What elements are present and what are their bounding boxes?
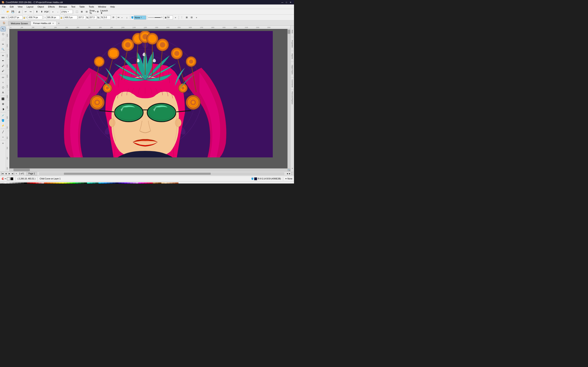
menu-layout[interactable]: Layout (25, 4, 35, 9)
h-scrollbar[interactable] (39, 173, 284, 175)
swatch-pink4[interactable] (147, 183, 150, 184)
tool-artpen[interactable]: 🖊 (1, 63, 6, 68)
palette-expand-button[interactable]: ▼ (292, 183, 294, 184)
tool-text[interactable]: A (1, 90, 6, 95)
swatch-skin3[interactable] (170, 183, 173, 184)
tool-blend[interactable]: ◑ (1, 107, 6, 111)
canvas-area[interactable]: 0 100 200 300 400 500 600 700 800 900 10… (6, 26, 290, 171)
menu-view[interactable]: View (16, 4, 25, 9)
panel-expand-bottom[interactable]: + (291, 166, 294, 170)
swatch-skin4[interactable] (173, 183, 176, 184)
swatch-purple5[interactable] (133, 183, 136, 184)
swatch-lime2[interactable] (70, 183, 73, 184)
swatch-teal2[interactable] (90, 183, 93, 184)
swatch-green5[interactable] (84, 183, 87, 184)
rotate-cw-button[interactable]: ⟳ (111, 15, 116, 20)
swatch-white[interactable] (4, 183, 7, 184)
page-last-button[interactable]: ►| (11, 172, 15, 175)
swatch-purple2[interactable] (124, 183, 127, 184)
scrollbar-horizontal[interactable] (9, 168, 287, 171)
tool-zoom[interactable]: 🔍 (1, 47, 6, 52)
menu-text[interactable]: Text (69, 4, 77, 9)
menu-edit[interactable]: Edit (8, 4, 16, 9)
new-button[interactable]: 📄 (1, 9, 5, 14)
swatch-green4[interactable] (81, 183, 84, 184)
mirror-v-button[interactable]: ↕ (125, 15, 129, 20)
zoom-fit-button[interactable]: 🔍 (287, 168, 290, 171)
swatch-orange4[interactable] (53, 183, 56, 184)
close-button[interactable]: ✕ (289, 1, 292, 4)
fill-color-box[interactable] (10, 177, 13, 180)
zoom-out-status-button[interactable]: ◄ (286, 173, 288, 175)
swatch-brown3[interactable] (158, 183, 161, 184)
tool-connector[interactable]: ╱ (1, 129, 6, 134)
swatch-brown2[interactable] (156, 183, 158, 184)
width-input[interactable] (47, 16, 60, 19)
swatch-4[interactable] (16, 183, 18, 184)
height-input[interactable] (64, 16, 77, 19)
scale-x-input[interactable] (78, 16, 86, 19)
swatch-peach[interactable] (161, 183, 164, 184)
page-first-button[interactable]: |◄ (1, 172, 4, 175)
export-button[interactable]: ⬆ (39, 9, 44, 14)
tool-node[interactable]: ⬡ (1, 32, 6, 36)
swatch-6[interactable] (21, 183, 24, 184)
swatch-teal3[interactable] (93, 183, 95, 184)
swatch-green2[interactable] (76, 183, 78, 184)
swatch-yellow1[interactable] (56, 183, 58, 184)
panel-properties[interactable]: Properties (291, 37, 294, 50)
opacity-inc-button[interactable]: + (173, 15, 178, 20)
swatch-pink5[interactable] (150, 183, 153, 184)
tab-document[interactable]: Firman Hatibu.cdr ✕ (31, 21, 57, 25)
swatch-brown1[interactable] (153, 183, 156, 184)
tool-smart[interactable]: 🖋 (1, 68, 6, 73)
swatch-2[interactable] (10, 183, 13, 184)
grid-view-button[interactable]: ⊞ (185, 15, 189, 20)
tool-crop[interactable]: ✂ (1, 42, 6, 47)
swatch-green3[interactable] (78, 183, 81, 184)
tool-eyedrop[interactable]: 💉 (1, 113, 6, 118)
palette-scroll-right[interactable]: ► (290, 183, 292, 184)
swatch-blue5[interactable] (113, 183, 116, 184)
menu-effects[interactable]: Effects (46, 4, 57, 9)
tool-pattern[interactable]: ⊞ (1, 101, 6, 106)
undo-button[interactable]: ↩ (23, 9, 28, 14)
menu-table[interactable]: Table (77, 4, 87, 9)
opacity-input[interactable] (167, 16, 173, 19)
swatch-red5[interactable] (41, 183, 44, 184)
x-position-input[interactable] (8, 16, 23, 19)
panel-find-replace[interactable]: Find and Replace (291, 90, 294, 106)
tool-ellipse[interactable]: ○ (1, 80, 6, 85)
tool-polygon[interactable]: ⬠ (1, 85, 6, 90)
panel-hints[interactable]: Hints (291, 26, 294, 37)
page-add-button[interactable]: + (15, 172, 18, 175)
swatch-blue3[interactable] (107, 183, 110, 184)
panel-object-styles[interactable]: Object Styles (291, 62, 294, 77)
swatch-black[interactable] (24, 183, 27, 184)
tab-home[interactable]: 🏠 (0, 20, 8, 25)
scrollbar-thumb-h[interactable] (13, 169, 30, 171)
full-screen-button[interactable]: ⛶ (75, 9, 79, 14)
menu-bitmaps[interactable]: Bitmaps (57, 4, 69, 9)
swatch-teal4[interactable] (95, 183, 98, 184)
page-next-button[interactable]: ► (8, 172, 11, 175)
no-fill-button[interactable]: ⊘ (0, 183, 4, 184)
add-col-button[interactable]: + (194, 15, 199, 20)
menu-help[interactable]: Help (108, 4, 117, 9)
import-button[interactable]: ⬇ (35, 9, 39, 14)
palette-scroll-left[interactable]: ◄ (288, 183, 290, 184)
swatch-orange2[interactable] (47, 183, 50, 184)
view-mode-button[interactable]: ⊞ (79, 9, 84, 14)
swatch-orange3[interactable] (50, 183, 53, 184)
page-prev-button[interactable]: ◄ (4, 172, 8, 175)
options-button[interactable]: ⚙ (95, 9, 100, 14)
swatch-pink1[interactable] (136, 183, 138, 184)
mirror-h-button[interactable]: ↔ (120, 15, 124, 20)
scrollbar-thumb-v[interactable] (288, 30, 290, 34)
minimize-button[interactable]: — (281, 1, 284, 4)
h-scroll-thumb[interactable] (64, 173, 211, 175)
menu-file[interactable]: File (0, 4, 8, 9)
swatch-yellow4[interactable] (64, 183, 67, 184)
zoom-dropdown[interactable]: 276% ▼ (61, 10, 73, 14)
swatch-orange1[interactable] (44, 183, 47, 184)
